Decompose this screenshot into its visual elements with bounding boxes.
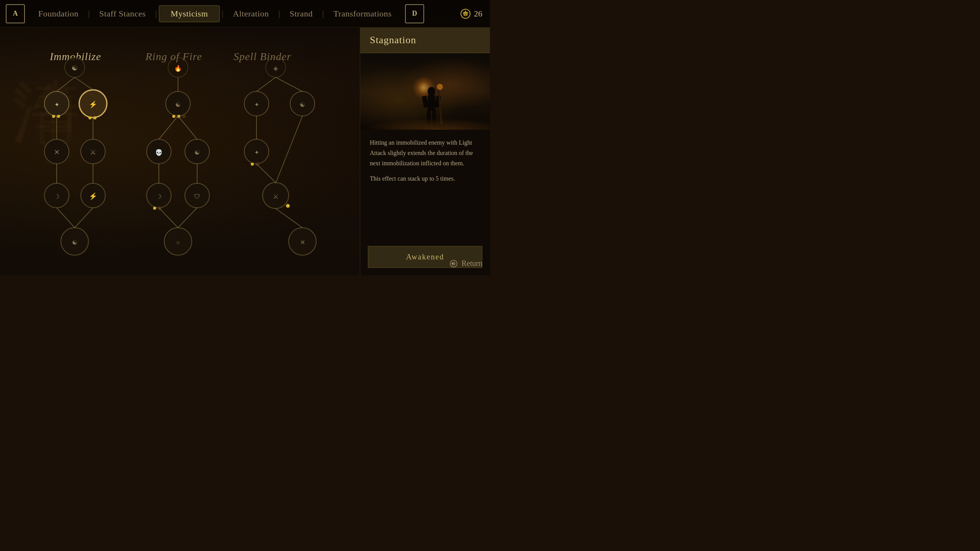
svg-point-61: [290, 91, 315, 116]
svg-point-67: [263, 183, 289, 209]
return-label: Return: [462, 259, 482, 268]
svg-line-51: [159, 116, 178, 139]
svg-point-42: [147, 183, 171, 208]
svg-text:⚔: ⚔: [90, 148, 96, 156]
currency-amount: 26: [474, 9, 482, 19]
separator-4: |: [278, 9, 280, 18]
section-title-immobilize: Immobilize: [50, 51, 101, 63]
separator-5: |: [322, 9, 324, 18]
svg-line-56: [178, 208, 197, 228]
info-panel: Stagnation: [360, 28, 490, 276]
svg-point-17: [44, 183, 69, 208]
separator-2: |: [155, 9, 157, 18]
svg-point-13: [44, 139, 69, 164]
main-content: Immobilize Ring of Fire Spell Binder ☯ ✦…: [0, 28, 490, 276]
svg-text:🔥: 🔥: [174, 65, 182, 72]
svg-point-66: [256, 163, 259, 166]
svg-point-35: [172, 115, 175, 118]
svg-point-4: [44, 91, 69, 116]
svg-point-15: [81, 139, 105, 164]
info-image: [360, 53, 490, 130]
svg-line-76: [256, 164, 276, 183]
svg-text:☯: ☯: [72, 64, 78, 72]
currency-display: 26: [460, 8, 482, 19]
svg-point-59: [244, 91, 269, 116]
svg-point-21: [61, 228, 88, 255]
svg-point-9: [78, 89, 108, 118]
svg-point-12: [93, 116, 96, 119]
svg-point-44: [153, 207, 156, 210]
skill-connections-svg: ☯ ✦ ⚡ ✕ ⚔ ☽ ⚡: [0, 28, 360, 276]
svg-point-70: [289, 228, 316, 255]
tab-transformations[interactable]: Transformations: [326, 6, 399, 22]
info-scene: [360, 53, 490, 130]
return-icon: [449, 259, 458, 268]
info-description: Hitting an immobilized enemy with Light …: [360, 130, 490, 240]
tab-alteration[interactable]: Alteration: [225, 6, 276, 22]
return-button[interactable]: Return: [449, 259, 482, 268]
tab-mysticism[interactable]: Mysticism: [159, 5, 220, 22]
nav-button-a[interactable]: A: [6, 4, 25, 23]
svg-point-8: [79, 90, 107, 117]
svg-text:✦: ✦: [254, 149, 259, 156]
svg-line-24: [75, 77, 93, 90]
svg-text:⚡: ⚡: [89, 100, 98, 109]
svg-line-73: [276, 77, 302, 91]
description-text-1: Hitting an immobilized enemy with Light …: [370, 137, 480, 169]
svg-text:🛡: 🛡: [194, 193, 200, 200]
svg-point-38: [147, 139, 171, 164]
svg-text:✦: ✦: [254, 101, 259, 108]
svg-text:☯: ☯: [300, 101, 305, 108]
svg-point-11: [88, 116, 91, 119]
tab-strand[interactable]: Strand: [282, 6, 320, 22]
svg-rect-80: [422, 96, 428, 108]
svg-text:☯: ☯: [175, 101, 181, 108]
svg-text:💀: 💀: [155, 149, 163, 156]
nav-button-d[interactable]: D: [405, 4, 424, 23]
svg-point-6: [52, 115, 55, 118]
svg-point-45: [158, 207, 161, 210]
skill-tree-area: Immobilize Ring of Fire Spell Binder ☯ ✦…: [0, 28, 360, 276]
svg-point-85: [437, 84, 443, 90]
separator-1: |: [88, 9, 90, 18]
svg-line-72: [256, 77, 276, 91]
svg-text:✕: ✕: [300, 239, 305, 246]
svg-text:☯: ☯: [72, 239, 77, 246]
svg-text:☽: ☽: [156, 193, 162, 200]
svg-line-30: [75, 208, 93, 228]
svg-point-63: [244, 139, 269, 164]
svg-line-29: [57, 208, 75, 228]
svg-line-77: [276, 209, 302, 228]
svg-text:○: ○: [176, 239, 180, 246]
svg-line-55: [159, 208, 178, 228]
svg-point-7: [57, 115, 60, 118]
svg-point-36: [177, 115, 180, 118]
svg-point-46: [185, 183, 209, 208]
svg-text:☯: ☯: [194, 149, 200, 156]
section-title-ring-of-fire: Ring of Fire: [145, 51, 202, 63]
svg-text:◈: ◈: [273, 65, 278, 72]
svg-rect-79: [428, 95, 435, 111]
svg-text:✕: ✕: [54, 148, 60, 156]
svg-point-48: [164, 228, 192, 255]
svg-line-52: [178, 116, 197, 139]
svg-point-88: [452, 263, 453, 264]
tab-staff-stances[interactable]: Staff Stances: [91, 6, 154, 22]
svg-text:☽: ☽: [54, 193, 59, 200]
svg-point-37: [182, 115, 185, 118]
info-title: Stagnation: [360, 28, 490, 53]
separator-3: |: [222, 9, 223, 18]
svg-point-40: [185, 139, 209, 164]
svg-point-78: [428, 87, 435, 96]
description-text-2: This effect can stack up to 5 times.: [370, 173, 480, 184]
svg-point-69: [286, 204, 290, 208]
svg-line-75: [276, 116, 302, 183]
svg-line-23: [57, 77, 75, 91]
currency-icon: [460, 8, 471, 19]
navigation-bar: A Foundation | Staff Stances | Mysticism…: [0, 0, 490, 28]
section-title-spell-binder: Spell Binder: [234, 51, 291, 63]
svg-point-33: [166, 91, 190, 116]
tab-foundation[interactable]: Foundation: [31, 6, 86, 22]
svg-point-19: [81, 183, 105, 208]
svg-text:✦: ✦: [54, 101, 59, 108]
